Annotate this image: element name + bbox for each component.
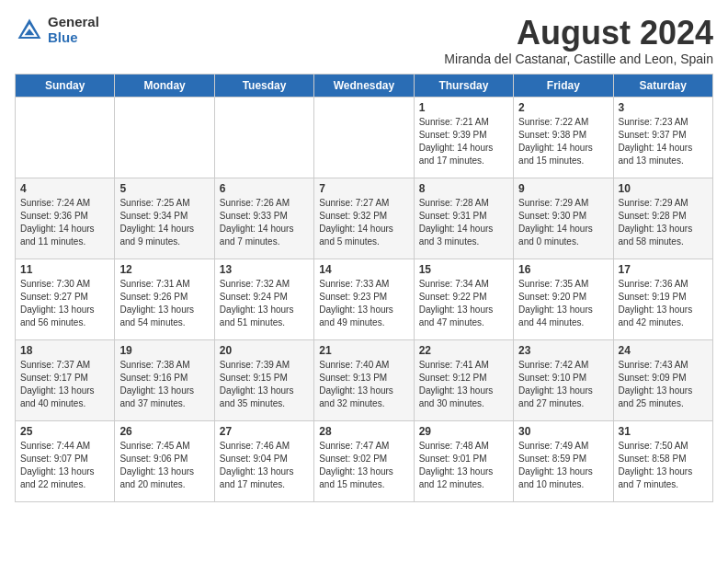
day-number: 15 bbox=[419, 263, 508, 276]
day-info: Sunrise: 7:29 AM Sunset: 9:28 PM Dayligh… bbox=[619, 197, 708, 248]
day-info: Sunrise: 7:37 AM Sunset: 9:17 PM Dayligh… bbox=[20, 359, 109, 410]
month-year: August 2024 bbox=[444, 15, 713, 52]
calendar-cell: 30Sunrise: 7:49 AM Sunset: 8:59 PM Dayli… bbox=[514, 420, 613, 501]
calendar-cell: 15Sunrise: 7:34 AM Sunset: 9:22 PM Dayli… bbox=[414, 259, 513, 339]
location: Miranda del Castanar, Castille and Leon,… bbox=[444, 52, 713, 66]
calendar-cell: 2Sunrise: 7:22 AM Sunset: 9:38 PM Daylig… bbox=[514, 97, 613, 178]
calendar-cell: 5Sunrise: 7:25 AM Sunset: 9:34 PM Daylig… bbox=[115, 178, 214, 259]
calendar-cell: 12Sunrise: 7:31 AM Sunset: 9:26 PM Dayli… bbox=[115, 259, 214, 339]
calendar-cell: 6Sunrise: 7:26 AM Sunset: 9:33 PM Daylig… bbox=[214, 178, 313, 259]
day-number: 23 bbox=[518, 344, 608, 357]
calendar-cell bbox=[16, 97, 115, 178]
column-header-thursday: Thursday bbox=[414, 74, 513, 97]
calendar-cell: 14Sunrise: 7:33 AM Sunset: 9:23 PM Dayli… bbox=[314, 259, 414, 339]
calendar-cell bbox=[115, 97, 214, 178]
day-info: Sunrise: 7:22 AM Sunset: 9:38 PM Dayligh… bbox=[518, 116, 608, 167]
day-number: 6 bbox=[220, 182, 309, 195]
day-number: 28 bbox=[319, 425, 408, 438]
day-info: Sunrise: 7:41 AM Sunset: 9:12 PM Dayligh… bbox=[419, 359, 508, 410]
day-info: Sunrise: 7:35 AM Sunset: 9:20 PM Dayligh… bbox=[518, 278, 608, 329]
day-number: 12 bbox=[119, 263, 209, 276]
day-info: Sunrise: 7:48 AM Sunset: 9:01 PM Dayligh… bbox=[419, 440, 508, 491]
day-info: Sunrise: 7:50 AM Sunset: 8:58 PM Dayligh… bbox=[619, 440, 708, 491]
day-info: Sunrise: 7:24 AM Sunset: 9:36 PM Dayligh… bbox=[20, 197, 109, 248]
day-number: 18 bbox=[20, 344, 109, 357]
logo-blue: Blue bbox=[48, 30, 99, 46]
day-number: 31 bbox=[619, 425, 708, 438]
week-row-4: 25Sunrise: 7:44 AM Sunset: 9:07 PM Dayli… bbox=[16, 420, 713, 501]
calendar-body: 1Sunrise: 7:21 AM Sunset: 9:39 PM Daylig… bbox=[16, 97, 713, 501]
calendar-cell: 11Sunrise: 7:30 AM Sunset: 9:27 PM Dayli… bbox=[16, 259, 115, 339]
day-info: Sunrise: 7:32 AM Sunset: 9:24 PM Dayligh… bbox=[220, 278, 309, 329]
calendar-cell bbox=[314, 97, 414, 178]
day-number: 17 bbox=[619, 263, 708, 276]
calendar-cell: 24Sunrise: 7:43 AM Sunset: 9:09 PM Dayli… bbox=[613, 339, 712, 420]
day-number: 5 bbox=[119, 182, 209, 195]
day-info: Sunrise: 7:26 AM Sunset: 9:33 PM Dayligh… bbox=[220, 197, 309, 248]
day-info: Sunrise: 7:45 AM Sunset: 9:06 PM Dayligh… bbox=[119, 440, 209, 491]
calendar-cell: 29Sunrise: 7:48 AM Sunset: 9:01 PM Dayli… bbox=[414, 420, 513, 501]
day-number: 19 bbox=[119, 344, 209, 357]
calendar-cell: 19Sunrise: 7:38 AM Sunset: 9:16 PM Dayli… bbox=[115, 339, 214, 420]
calendar-cell: 18Sunrise: 7:37 AM Sunset: 9:17 PM Dayli… bbox=[16, 339, 115, 420]
day-number: 21 bbox=[319, 344, 408, 357]
day-info: Sunrise: 7:46 AM Sunset: 9:04 PM Dayligh… bbox=[220, 440, 309, 491]
header-row: SundayMondayTuesdayWednesdayThursdayFrid… bbox=[16, 74, 713, 97]
logo-general: General bbox=[48, 15, 99, 30]
column-header-sunday: Sunday bbox=[16, 74, 115, 97]
day-info: Sunrise: 7:21 AM Sunset: 9:39 PM Dayligh… bbox=[419, 116, 508, 167]
day-number: 2 bbox=[518, 101, 608, 114]
day-number: 24 bbox=[619, 344, 708, 357]
logo-icon bbox=[15, 16, 44, 45]
day-info: Sunrise: 7:43 AM Sunset: 9:09 PM Dayligh… bbox=[619, 359, 708, 410]
calendar-cell: 27Sunrise: 7:46 AM Sunset: 9:04 PM Dayli… bbox=[214, 420, 313, 501]
calendar-cell: 28Sunrise: 7:47 AM Sunset: 9:02 PM Dayli… bbox=[314, 420, 414, 501]
column-header-wednesday: Wednesday bbox=[314, 74, 414, 97]
calendar-cell: 7Sunrise: 7:27 AM Sunset: 9:32 PM Daylig… bbox=[314, 178, 414, 259]
day-info: Sunrise: 7:39 AM Sunset: 9:15 PM Dayligh… bbox=[220, 359, 309, 410]
calendar-cell: 13Sunrise: 7:32 AM Sunset: 9:24 PM Dayli… bbox=[214, 259, 313, 339]
calendar-cell: 3Sunrise: 7:23 AM Sunset: 9:37 PM Daylig… bbox=[613, 97, 712, 178]
calendar-cell: 22Sunrise: 7:41 AM Sunset: 9:12 PM Dayli… bbox=[414, 339, 513, 420]
week-row-1: 4Sunrise: 7:24 AM Sunset: 9:36 PM Daylig… bbox=[16, 178, 713, 259]
column-header-saturday: Saturday bbox=[613, 74, 712, 97]
column-header-monday: Monday bbox=[115, 74, 214, 97]
column-header-tuesday: Tuesday bbox=[214, 74, 313, 97]
title-block: August 2024 Miranda del Castanar, Castil… bbox=[444, 15, 713, 66]
day-number: 3 bbox=[619, 101, 708, 114]
logo: General Blue bbox=[15, 15, 99, 45]
calendar-cell: 9Sunrise: 7:29 AM Sunset: 9:30 PM Daylig… bbox=[514, 178, 613, 259]
day-info: Sunrise: 7:36 AM Sunset: 9:19 PM Dayligh… bbox=[619, 278, 708, 329]
calendar-cell: 10Sunrise: 7:29 AM Sunset: 9:28 PM Dayli… bbox=[613, 178, 712, 259]
day-number: 4 bbox=[20, 182, 109, 195]
day-number: 14 bbox=[319, 263, 408, 276]
calendar-cell: 16Sunrise: 7:35 AM Sunset: 9:20 PM Dayli… bbox=[514, 259, 613, 339]
logo-text: General Blue bbox=[48, 15, 99, 45]
calendar-cell: 21Sunrise: 7:40 AM Sunset: 9:13 PM Dayli… bbox=[314, 339, 414, 420]
day-number: 20 bbox=[220, 344, 309, 357]
calendar-cell: 26Sunrise: 7:45 AM Sunset: 9:06 PM Dayli… bbox=[115, 420, 214, 501]
calendar-header: SundayMondayTuesdayWednesdayThursdayFrid… bbox=[16, 74, 713, 97]
day-info: Sunrise: 7:33 AM Sunset: 9:23 PM Dayligh… bbox=[319, 278, 408, 329]
day-number: 11 bbox=[20, 263, 109, 276]
day-info: Sunrise: 7:44 AM Sunset: 9:07 PM Dayligh… bbox=[20, 440, 109, 491]
day-number: 26 bbox=[119, 425, 209, 438]
day-info: Sunrise: 7:25 AM Sunset: 9:34 PM Dayligh… bbox=[119, 197, 209, 248]
week-row-2: 11Sunrise: 7:30 AM Sunset: 9:27 PM Dayli… bbox=[16, 259, 713, 339]
day-info: Sunrise: 7:27 AM Sunset: 9:32 PM Dayligh… bbox=[319, 197, 408, 248]
day-info: Sunrise: 7:31 AM Sunset: 9:26 PM Dayligh… bbox=[119, 278, 209, 329]
calendar-cell: 20Sunrise: 7:39 AM Sunset: 9:15 PM Dayli… bbox=[214, 339, 313, 420]
calendar-cell: 1Sunrise: 7:21 AM Sunset: 9:39 PM Daylig… bbox=[414, 97, 513, 178]
calendar-cell: 8Sunrise: 7:28 AM Sunset: 9:31 PM Daylig… bbox=[414, 178, 513, 259]
day-info: Sunrise: 7:28 AM Sunset: 9:31 PM Dayligh… bbox=[419, 197, 508, 248]
day-info: Sunrise: 7:47 AM Sunset: 9:02 PM Dayligh… bbox=[319, 440, 408, 491]
day-number: 1 bbox=[419, 101, 508, 114]
day-info: Sunrise: 7:23 AM Sunset: 9:37 PM Dayligh… bbox=[619, 116, 708, 167]
calendar-cell: 25Sunrise: 7:44 AM Sunset: 9:07 PM Dayli… bbox=[16, 420, 115, 501]
day-number: 7 bbox=[319, 182, 408, 195]
day-info: Sunrise: 7:40 AM Sunset: 9:13 PM Dayligh… bbox=[319, 359, 408, 410]
day-info: Sunrise: 7:34 AM Sunset: 9:22 PM Dayligh… bbox=[419, 278, 508, 329]
calendar-table: SundayMondayTuesdayWednesdayThursdayFrid… bbox=[15, 74, 713, 502]
day-info: Sunrise: 7:29 AM Sunset: 9:30 PM Dayligh… bbox=[518, 197, 608, 248]
day-info: Sunrise: 7:42 AM Sunset: 9:10 PM Dayligh… bbox=[518, 359, 608, 410]
